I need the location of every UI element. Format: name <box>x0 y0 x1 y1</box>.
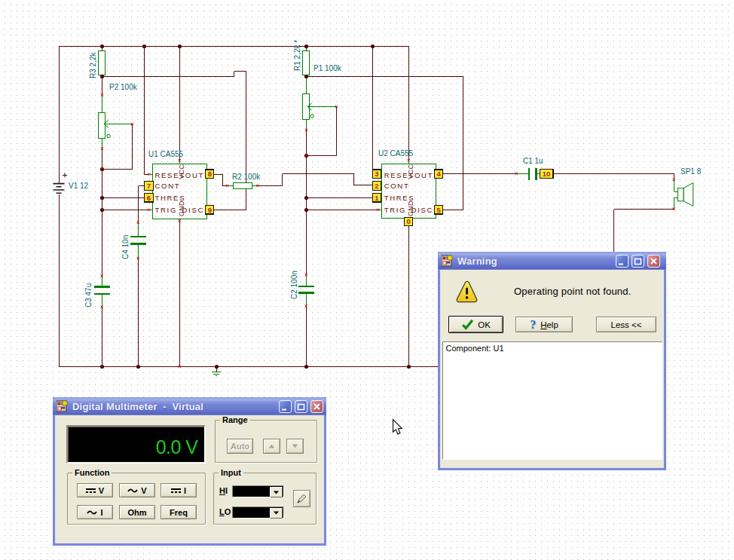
svg-text:8: 8 <box>208 170 212 178</box>
svg-text:2: 2 <box>375 182 378 190</box>
svg-text:1: 1 <box>375 194 379 202</box>
svg-text:C4 10n: C4 10n <box>121 235 130 259</box>
svg-text:7: 7 <box>147 182 151 190</box>
svg-text:SP1 8: SP1 8 <box>680 167 702 176</box>
svg-text:TRIG: TRIG <box>155 206 178 214</box>
svg-text:GND: GND <box>407 200 414 216</box>
svg-text:V1 12: V1 12 <box>69 182 89 190</box>
svg-text:OUT: OUT <box>414 171 433 179</box>
svg-text:CONT: CONT <box>155 182 181 190</box>
svg-text:GND: GND <box>178 200 185 216</box>
svg-text:R1 2,2k *: R1 2,2k * <box>293 40 301 71</box>
svg-text:VCC: VCC <box>178 164 185 179</box>
svg-text:TRIG: TRIG <box>384 206 407 214</box>
svg-text:VCC: VCC <box>407 164 414 179</box>
svg-text:4: 4 <box>437 170 442 178</box>
svg-text:U1 CA555: U1 CA555 <box>148 150 184 158</box>
svg-text:R2 100k: R2 100k <box>232 173 261 181</box>
svg-text:P2 100k: P2 100k <box>109 83 138 91</box>
svg-text:3: 3 <box>375 170 378 178</box>
svg-text:9: 9 <box>208 206 212 214</box>
svg-text:C3 47u: C3 47u <box>84 283 93 308</box>
svg-text:DISC: DISC <box>411 206 434 214</box>
svg-text:OUT: OUT <box>185 171 204 179</box>
svg-text:U2 CA555: U2 CA555 <box>378 149 414 158</box>
svg-text:CONT: CONT <box>384 182 410 190</box>
svg-text:R3 2,2k: R3 2,2k <box>89 52 97 78</box>
svg-text:P1 100k: P1 100k <box>313 64 342 72</box>
svg-text:6: 6 <box>147 194 151 202</box>
svg-text:0: 0 <box>407 217 411 225</box>
svg-text:C2 100n: C2 100n <box>290 271 298 299</box>
svg-text:10: 10 <box>543 170 551 178</box>
svg-text:C1 1u: C1 1u <box>523 157 543 165</box>
svg-text:5: 5 <box>437 206 442 214</box>
